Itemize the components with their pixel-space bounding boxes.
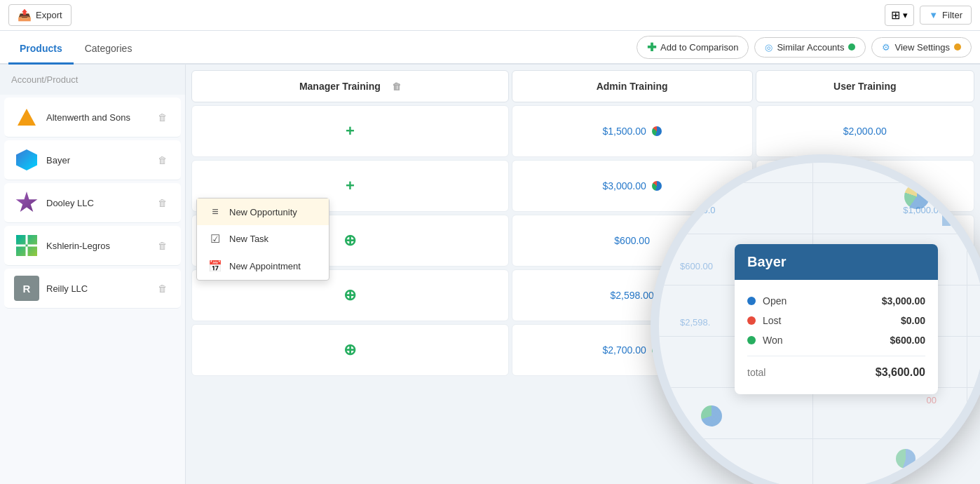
cell-value: $1,500.00 xyxy=(602,126,646,137)
chevron-down-icon: ▾ xyxy=(903,10,908,20)
dropdown-item-task[interactable]: ☑ New Task xyxy=(197,225,329,253)
table-row: ⊕ $2,700.00 $6,250.00 xyxy=(191,324,974,376)
add-button[interactable]: ⊕ xyxy=(343,231,356,250)
similar-accounts-icon: ◎ xyxy=(765,42,773,53)
account-item-reilly[interactable]: R Reilly LLC 🗑 xyxy=(4,269,181,309)
task-icon: ☑ xyxy=(208,232,222,246)
partial-value: $... xyxy=(859,290,871,301)
status-dot xyxy=(848,43,855,51)
account-name-kshlerin: Kshlerin-Legros xyxy=(46,241,110,251)
account-item-kshlerin[interactable]: Kshlerin-Legros 🗑 xyxy=(4,226,181,266)
tab-products[interactable]: Products xyxy=(8,34,74,65)
tab-categories[interactable]: Categories xyxy=(74,34,144,65)
delete-kshlerin-button[interactable]: 🗑 xyxy=(154,239,171,253)
toolbar-left: 📤 Export xyxy=(8,4,72,26)
admin-training-label: Admin Training xyxy=(597,81,668,92)
cell-bayer-user[interactable]: $1,000.00 ⊕ xyxy=(756,160,974,212)
toolbar-right: ⊞ ▾ ▼ Filter xyxy=(885,4,972,26)
account-name-reilly: Reilly LLC xyxy=(46,283,88,294)
cell-kshlerin-user[interactable]: $... xyxy=(756,269,974,321)
add-button[interactable]: ⊕ xyxy=(885,180,894,193)
col-trash-manager[interactable]: 🗑 xyxy=(392,81,401,92)
account-left-kshlerin: Kshlerin-Legros xyxy=(14,233,110,258)
avatar-reilly: R xyxy=(14,276,39,301)
cell-value: $1,000.00 xyxy=(836,180,879,191)
avatar-kshlerin xyxy=(14,233,39,258)
col-header-admin: Admin Training xyxy=(512,70,753,102)
tabs-right: ✚ Add to Comparison ◎ Similar Accounts ⚙… xyxy=(637,36,972,59)
cell-dooley-admin[interactable]: $600.00 xyxy=(512,215,753,267)
filter-button[interactable]: ▼ Filter xyxy=(920,6,972,25)
cell-bayer-admin[interactable]: $3,000.00 xyxy=(512,160,753,212)
add-button[interactable]: + xyxy=(346,122,355,140)
settings-icon: ⚙ xyxy=(882,42,890,53)
cell-value: $600.00 xyxy=(847,235,883,246)
delete-altenwerth-button[interactable]: 🗑 xyxy=(154,111,171,124)
col-header-manager: Manager Training 🗑 xyxy=(191,70,509,102)
export-icon: 📤 xyxy=(18,8,32,22)
add-button[interactable]: ⊕ xyxy=(343,286,356,304)
add-comparison-button[interactable]: ✚ Add to Comparison xyxy=(637,36,749,59)
cell-altenwerth-admin[interactable]: $1,500.00 xyxy=(512,105,753,157)
filter-icon: ▼ xyxy=(929,10,938,20)
plus-icon: ✚ xyxy=(647,41,656,54)
similar-accounts-label: Similar Accounts xyxy=(777,42,844,53)
hex-shape-icon xyxy=(16,149,37,170)
cell-value: $2,000.00 xyxy=(843,126,887,137)
account-item-bayer[interactable]: Bayer 🗑 xyxy=(4,140,181,180)
cell-value: $2,598.00 xyxy=(610,290,653,301)
cell-value: $3,000.00 xyxy=(602,180,646,191)
export-label: Export xyxy=(36,10,62,20)
accounts-header: Account/Product xyxy=(0,65,185,95)
cell-reilly-manager[interactable]: ⊕ xyxy=(191,324,509,376)
account-left: Altenwerth and Sons xyxy=(14,105,130,130)
pie-chart-icon xyxy=(652,181,662,191)
cell-altenwerth-manager[interactable]: + xyxy=(191,105,509,157)
manager-training-label: Manager Training xyxy=(299,81,381,92)
table-row: + $1,500.00 $2,000.00 xyxy=(191,105,974,157)
cell-value: $6,250.00 xyxy=(843,344,887,356)
account-item-altenwerth[interactable]: Altenwerth and Sons 🗑 xyxy=(4,98,181,137)
tabs-bar: Products Categories ✚ Add to Comparison … xyxy=(0,31,980,65)
col-header-user: User Training xyxy=(756,70,974,102)
account-name-dooley: Dooley LLC xyxy=(46,198,94,208)
export-button[interactable]: 📤 Export xyxy=(8,4,72,26)
avatar-altenwerth xyxy=(14,105,39,130)
grid-view-button[interactable]: ⊞ ▾ xyxy=(885,4,914,26)
cell-kshlerin-admin[interactable]: $2,598.00 xyxy=(512,269,753,321)
filter-label: Filter xyxy=(942,10,962,20)
avatar-bayer xyxy=(14,147,39,173)
avatar-dooley xyxy=(14,190,39,215)
col-header-user-content: User Training xyxy=(833,81,896,92)
delete-reilly-button[interactable]: 🗑 xyxy=(154,282,171,295)
cell-reilly-admin[interactable]: $2,700.00 xyxy=(512,324,753,376)
toolbar: 📤 Export ⊞ ▾ ▼ Filter xyxy=(0,0,980,31)
add-button[interactable]: ⊕ xyxy=(343,341,356,359)
main-content: Account/Product Altenwerth and Sons 🗑 Ba… xyxy=(0,65,980,484)
user-training-label: User Training xyxy=(833,81,896,92)
grid-shape-icon xyxy=(16,235,37,256)
opportunity-icon: ≡ xyxy=(208,206,222,218)
dropdown-label-appointment: New Appointment xyxy=(229,261,301,271)
settings-dot xyxy=(954,43,961,51)
context-dropdown: ≡ New Opportunity ☑ New Task 📅 New Appoi… xyxy=(196,198,329,281)
dropdown-label-task: New Task xyxy=(229,234,268,244)
dropdown-item-opportunity[interactable]: ≡ New Opportunity xyxy=(197,199,329,225)
view-settings-label: View Settings xyxy=(894,42,950,53)
view-settings-button[interactable]: ⚙ View Settings xyxy=(871,37,972,58)
account-item-dooley[interactable]: Dooley LLC 🗑 xyxy=(4,183,181,223)
add-comparison-label: Add to Comparison xyxy=(660,42,738,53)
delete-bayer-button[interactable]: 🗑 xyxy=(154,154,171,167)
col-header-content: Manager Training 🗑 xyxy=(299,81,401,92)
cell-altenwerth-user[interactable]: $2,000.00 xyxy=(756,105,974,157)
accounts-panel: Account/Product Altenwerth and Sons 🗑 Ba… xyxy=(0,65,186,484)
dropdown-item-appointment[interactable]: 📅 New Appointment xyxy=(197,253,329,280)
delete-dooley-button[interactable]: 🗑 xyxy=(154,196,171,210)
cell-dooley-user[interactable]: $600.00 xyxy=(756,215,974,267)
cell-reilly-user[interactable]: $6,250.00 xyxy=(756,324,974,376)
similar-accounts-button[interactable]: ◎ Similar Accounts xyxy=(754,37,866,58)
cell-value: $2,700.00 xyxy=(602,344,646,356)
col-header-admin-content: Admin Training xyxy=(597,81,668,92)
add-button[interactable]: + xyxy=(346,177,355,195)
tabs-left: Products Categories xyxy=(8,31,143,63)
